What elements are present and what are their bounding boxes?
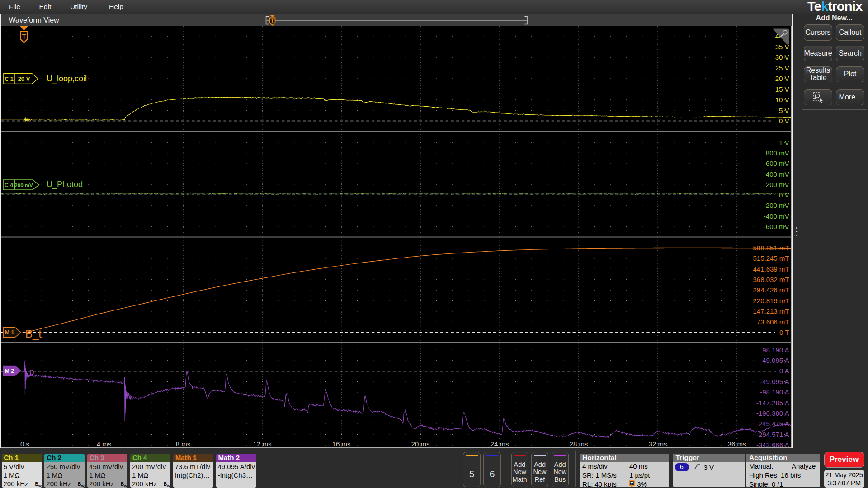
svg-text:20 V: 20 V (775, 75, 789, 82)
svg-text:800 mV: 800 mV (766, 149, 789, 157)
svg-text:-49.095 A: -49.095 A (760, 378, 789, 385)
svg-text:12 ms: 12 ms (253, 440, 272, 448)
svg-text:-98.190 A: -98.190 A (760, 388, 789, 396)
svg-text:8 ms: 8 ms (176, 440, 191, 448)
svg-text:16 ms: 16 ms (332, 440, 351, 448)
svg-text:0 V: 0 V (779, 117, 789, 125)
svg-text:U_loop,coil: U_loop,coil (47, 74, 87, 84)
svg-text:p: p (29, 367, 34, 376)
svg-text:0 T: 0 T (779, 328, 789, 336)
svg-text:588.851 mT: 588.851 mT (753, 244, 789, 252)
svg-text:368.032 mT: 368.032 mT (753, 276, 789, 283)
svg-text:T: T (22, 33, 26, 40)
svg-text:220.819 mT: 220.819 mT (753, 297, 789, 305)
svg-text:147.213 mT: 147.213 mT (753, 307, 789, 315)
svg-text:-245.475 A: -245.475 A (756, 420, 789, 427)
svg-text:20 V: 20 V (18, 75, 30, 82)
svg-text:4 ms: 4 ms (97, 440, 112, 448)
svg-text:T: T (631, 481, 633, 486)
svg-text:-600 mV: -600 mV (764, 223, 789, 230)
svg-text:-200 mV: -200 mV (764, 202, 789, 209)
svg-text:0 s: 0 s (20, 440, 29, 448)
svg-text:24 ms: 24 ms (491, 440, 509, 448)
svg-text:-343.666 A: -343.666 A (756, 441, 789, 449)
svg-text:1 V: 1 V (779, 139, 789, 146)
svg-text:200 mV: 200 mV (766, 181, 789, 188)
svg-text:36 ms: 36 ms (728, 440, 746, 448)
svg-text:-400 mV: -400 mV (764, 212, 789, 220)
svg-text:0 V: 0 V (779, 191, 789, 199)
svg-text:T: T (271, 18, 274, 23)
svg-text:98.190 A: 98.190 A (762, 346, 789, 354)
svg-text:400 mV: 400 mV (766, 170, 789, 178)
svg-text:15 V: 15 V (775, 85, 789, 93)
svg-text:200 mV: 200 mV (14, 183, 33, 188)
svg-text:28 ms: 28 ms (570, 440, 588, 448)
svg-text:294.426 mT: 294.426 mT (753, 286, 789, 294)
svg-text:30 V: 30 V (775, 53, 789, 61)
svg-text:-294.571 A: -294.571 A (756, 431, 789, 438)
svg-text:0 A: 0 A (779, 367, 789, 375)
svg-text:C 1: C 1 (5, 76, 14, 82)
svg-text:U_Photod: U_Photod (47, 180, 83, 189)
svg-text:B_t: B_t (25, 328, 42, 340)
svg-text:49.095 A: 49.095 A (762, 357, 789, 364)
svg-text:25 V: 25 V (775, 64, 789, 72)
svg-text:5 V: 5 V (779, 107, 789, 114)
svg-text:20 ms: 20 ms (411, 440, 430, 448)
svg-text:32 ms: 32 ms (649, 440, 667, 448)
svg-text:73.606 mT: 73.606 mT (757, 318, 789, 326)
svg-text:M 2: M 2 (5, 368, 14, 374)
svg-text:-147.285 A: -147.285 A (756, 399, 789, 407)
svg-text:-196.380 A: -196.380 A (756, 409, 789, 417)
svg-text:C 4: C 4 (5, 182, 14, 188)
svg-text:515.245 mT: 515.245 mT (753, 254, 789, 262)
svg-text:600 mV: 600 mV (766, 160, 789, 167)
svg-text:441.639 mT: 441.639 mT (753, 265, 789, 273)
svg-text:M 1: M 1 (5, 329, 14, 336)
svg-text:10 V: 10 V (775, 96, 789, 103)
